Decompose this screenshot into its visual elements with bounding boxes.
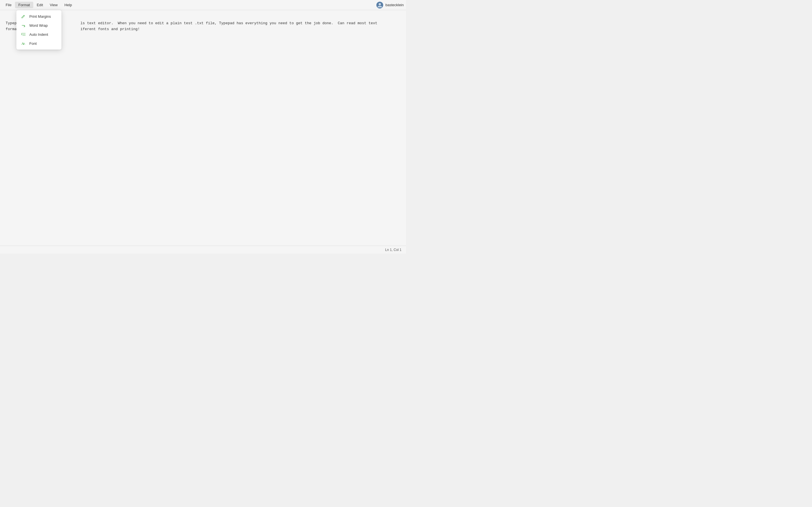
menu-item-print-margins[interactable]: Print Margins: [16, 12, 61, 21]
word-wrap-icon: [21, 23, 26, 28]
format-dropdown: Print Margins Word Wrap Auto Indent: [16, 10, 61, 50]
user-area: bastecklein: [376, 2, 404, 8]
statusbar: Ln 1, Col 1: [0, 245, 406, 253]
print-margins-icon: [21, 14, 26, 19]
menu-view[interactable]: View: [47, 2, 61, 8]
menu-item-word-wrap[interactable]: Word Wrap: [16, 21, 61, 30]
auto-indent-label: Auto Indent: [29, 33, 48, 37]
menu-help[interactable]: Help: [61, 2, 75, 8]
cursor-position: Ln 1, Col 1: [385, 248, 402, 252]
menu-item-auto-indent[interactable]: Auto Indent: [16, 30, 61, 39]
avatar: [376, 2, 383, 8]
menu-edit[interactable]: Edit: [33, 2, 46, 8]
print-margins-label: Print Margins: [29, 14, 51, 18]
svg-text:A: A: [23, 42, 26, 45]
username: bastecklein: [386, 3, 404, 7]
font-icon: A A: [21, 41, 26, 46]
auto-indent-icon: [21, 32, 26, 37]
word-wrap-label: Word Wrap: [29, 23, 48, 27]
menu-format[interactable]: Format: [15, 2, 33, 8]
menu-item-font[interactable]: A A Font: [16, 39, 61, 48]
menu-file[interactable]: File: [2, 2, 15, 8]
menubar: File Format Edit View Help bastecklein: [0, 0, 406, 10]
font-label: Font: [29, 41, 37, 46]
svg-point-1: [378, 3, 381, 5]
